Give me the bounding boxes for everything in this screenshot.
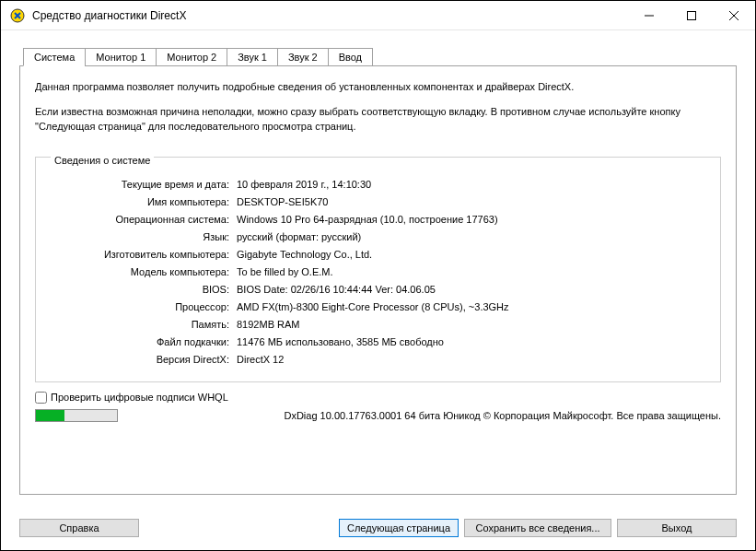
save-all-button[interactable]: Сохранить все сведения...: [464, 519, 611, 537]
tab-system[interactable]: Система: [23, 48, 86, 66]
label-datetime: Текущие время и дата:: [52, 176, 237, 193]
button-spacer: [145, 519, 333, 537]
label-computer: Имя компьютера:: [52, 193, 237, 211]
tab-panel: Данная программа позволяет получить подр…: [19, 65, 737, 495]
value-computer: DESKTOP-SEI5K70: [237, 193, 704, 211]
value-pagefile: 11476 МБ использовано, 3585 МБ свободно: [237, 334, 704, 351]
intro-text: Данная программа позволяет получить подр…: [35, 79, 721, 144]
label-os: Операционная система:: [52, 211, 237, 229]
row-computer: Имя компьютера: DESKTOP-SEI5K70: [52, 193, 704, 211]
tab-sound1[interactable]: Звук 1: [227, 48, 278, 66]
value-datetime: 10 февраля 2019 г., 14:10:30: [237, 176, 704, 193]
intro-p2: Если известна возможная причина неполадк…: [35, 104, 721, 135]
whql-checkbox-label: Проверить цифровые подписи WHQL: [51, 392, 228, 403]
value-os: Windows 10 Pro 64-разрядная (10.0, постр…: [237, 211, 704, 229]
row-datetime: Текущие время и дата: 10 февраля 2019 г.…: [52, 176, 704, 193]
row-pagefile: Файл подкачки: 11476 МБ использовано, 35…: [52, 334, 704, 351]
status-row: DxDiag 10.00.17763.0001 64 бита Юникод ©…: [35, 409, 721, 422]
close-icon: [729, 11, 739, 20]
dxdiag-window: Средство диагностики DirectX Система Мон…: [0, 0, 756, 551]
maximize-button[interactable]: [670, 1, 713, 30]
maximize-icon: [687, 11, 696, 20]
minimize-button[interactable]: [628, 1, 670, 30]
row-lang: Язык: русский (формат: русский): [52, 229, 704, 246]
progress-bar: [35, 409, 118, 422]
value-lang: русский (формат: русский): [237, 229, 704, 246]
label-bios: BIOS:: [52, 281, 237, 299]
label-model: Модель компьютера:: [52, 264, 237, 281]
label-memory: Память:: [52, 316, 237, 334]
label-manufacturer: Изготовитель компьютера:: [52, 246, 237, 264]
row-cpu: Процессор: AMD FX(tm)-8300 Eight-Core Pr…: [52, 299, 704, 316]
system-info-fieldset: Сведения о системе Текущие время и дата:…: [35, 157, 721, 382]
status-text: DxDiag 10.00.17763.0001 64 бита Юникод ©…: [129, 410, 721, 421]
label-cpu: Процессор:: [52, 299, 237, 316]
label-lang: Язык:: [52, 229, 237, 246]
fieldset-title: Сведения о системе: [51, 155, 154, 166]
intro-p1: Данная программа позволяет получить подр…: [35, 79, 721, 95]
content-area: Система Монитор 1 Монитор 2 Звук 1 Звук …: [1, 30, 755, 510]
tab-strip: Система Монитор 1 Монитор 2 Звук 1 Звук …: [19, 48, 737, 66]
value-bios: BIOS Date: 02/26/16 10:44:44 Ver: 04.06.…: [237, 281, 704, 299]
tab-sound2[interactable]: Звук 2: [277, 48, 329, 66]
window-controls: [628, 1, 755, 30]
close-button[interactable]: [713, 1, 755, 30]
row-bios: BIOS: BIOS Date: 02/26/16 10:44:44 Ver: …: [52, 281, 704, 299]
window-title: Средство диагностики DirectX: [32, 9, 628, 22]
row-memory: Память: 8192MB RAM: [52, 316, 704, 334]
next-page-button[interactable]: Следующая страница: [339, 519, 459, 537]
value-manufacturer: Gigabyte Technology Co., Ltd.: [237, 246, 704, 264]
row-os: Операционная система: Windows 10 Pro 64-…: [52, 211, 704, 229]
help-button[interactable]: Справка: [19, 519, 139, 537]
label-directx: Версия DirectX:: [52, 351, 237, 369]
value-directx: DirectX 12: [237, 351, 704, 369]
whql-checkbox[interactable]: [35, 392, 47, 404]
progress-fill: [36, 410, 64, 421]
label-pagefile: Файл подкачки:: [52, 334, 237, 351]
button-bar: Справка Следующая страница Сохранить все…: [1, 510, 755, 550]
info-table: Текущие время и дата: 10 февраля 2019 г.…: [52, 176, 704, 369]
titlebar: Средство диагностики DirectX: [1, 1, 755, 30]
row-manufacturer: Изготовитель компьютера: Gigabyte Techno…: [52, 246, 704, 264]
value-cpu: AMD FX(tm)-8300 Eight-Core Processor (8 …: [237, 299, 704, 316]
bottom-area: Проверить цифровые подписи WHQL DxDiag 1…: [35, 392, 721, 422]
dxdiag-icon: [10, 8, 25, 23]
value-memory: 8192MB RAM: [237, 316, 704, 334]
exit-button[interactable]: Выход: [617, 519, 737, 537]
whql-checkbox-row[interactable]: Проверить цифровые подписи WHQL: [35, 392, 721, 404]
svg-rect-2: [688, 11, 696, 19]
tab-input[interactable]: Ввод: [328, 48, 373, 66]
row-model: Модель компьютера: To be filled by O.E.M…: [52, 264, 704, 281]
tab-monitor1[interactable]: Монитор 1: [85, 48, 157, 66]
value-model: To be filled by O.E.M.: [237, 264, 704, 281]
row-directx: Версия DirectX: DirectX 12: [52, 351, 704, 369]
tab-monitor2[interactable]: Монитор 2: [156, 48, 227, 66]
minimize-icon: [645, 11, 654, 20]
